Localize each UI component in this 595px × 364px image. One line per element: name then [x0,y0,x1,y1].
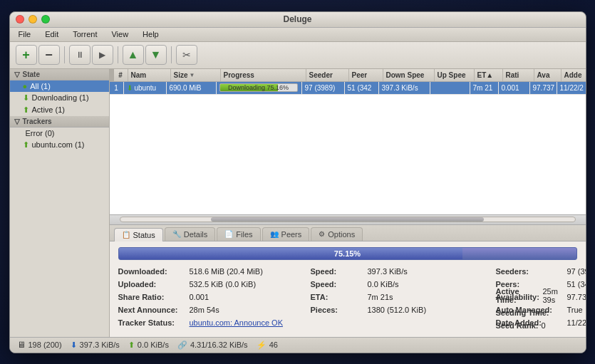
trackers-collapse-icon: ▽ [14,118,20,125]
sidebar-state-header[interactable]: ▽ State [10,69,109,80]
options-tab-label: Options [328,230,355,239]
menu-torrent[interactable]: Torrent [70,30,100,38]
sidebar-trackers-header[interactable]: ▽ Trackers [10,116,109,128]
seed-rank-row: Seed Rank: 0 [496,320,577,331]
maximize-button[interactable] [41,15,50,24]
menu-view[interactable]: View [108,30,131,38]
scrollbar-track[interactable] [120,217,576,222]
tab-details[interactable]: 🔧 Details [165,227,216,241]
eta-label: ETA: [311,291,368,303]
connections-value: 198 (200) [29,340,62,349]
menu-help[interactable]: Help [140,30,162,38]
tracker-status-value[interactable]: ubuntu.com: Announce OK [190,317,311,328]
menu-edit[interactable]: Edit [42,30,61,38]
sidebar-item-all[interactable]: ● All (1) [10,80,109,92]
bottom-panel: 📋 Status 🔧 Details 📄 Files 👥 Peers [110,224,586,337]
details-tab-label: Details [184,230,208,239]
td-name: ⬇ ubuntu [124,82,167,94]
sidebar-item-error[interactable]: Error (0) [10,128,109,139]
protocol-value: 4.31/16.32 KiB/s [190,340,248,349]
row-icon: ⬇ [127,84,133,92]
next-announce-label: Next Announce: [118,304,190,316]
sb-down-speed: ⬇ 397.3 KiB/s [71,340,120,350]
remove-torrent-button[interactable]: − [38,45,60,65]
table-header: # Nam Size ▼ Progress Seeder Peer Down S… [110,69,586,82]
dl-progress-fill [119,248,462,259]
move-down-button[interactable]: ▼ [145,45,167,65]
peers-tab-icon: 👥 [270,230,279,238]
preferences-button[interactable]: ✂ [176,45,197,65]
col-name[interactable]: Nam [128,69,171,81]
tab-peers[interactable]: 👥 Peers [262,227,310,241]
toolbar-separator-2 [118,46,118,63]
row-progress-text: Downloading 75.16% [220,84,297,91]
col-peers[interactable]: Peer [349,69,383,81]
td-peers: 51 (342 [345,82,379,94]
sidebar-item-active-label: Active (1) [32,105,65,114]
add-torrent-button[interactable]: + [16,45,37,65]
seed-rank-label: Seed Rank: [496,320,539,331]
col-num[interactable]: # [114,69,128,81]
minimize-button[interactable] [29,15,37,24]
col-ratio[interactable]: Rati [503,69,534,81]
td-size: 690.0 MiB [167,82,217,94]
close-button[interactable] [16,15,24,24]
col-size[interactable]: Size ▼ [171,69,221,81]
files-tab-icon: 📄 [224,230,233,238]
col-eta[interactable]: ET▲ [475,69,503,81]
resume-button[interactable]: ▶ [92,45,113,65]
col-avail[interactable]: Ava [534,69,562,81]
scrollbar-thumb[interactable] [211,217,484,222]
col-seeders[interactable]: Seeder [306,69,349,81]
sidebar-item-downloading[interactable]: ⬇ Downloading (1) [10,92,109,104]
menu-file[interactable]: File [16,30,34,38]
col-progress[interactable]: Progress [221,69,306,81]
sidebar-item-active[interactable]: ⬆ Active (1) [10,104,109,116]
sidebar: ▽ State ● All (1) ⬇ Downloading (1) ⬆ Ac… [10,69,110,337]
col-up-speed[interactable]: Up Spee [435,69,475,81]
right-stats: Active Time: 25m 39s Seeding Time: Seed … [496,286,577,331]
details-tab-icon: 🔧 [172,230,181,238]
td-eta: 7m 21 [470,82,499,94]
toolbar-separator-3 [171,46,172,63]
active-time-value: 25m 39s [542,286,576,306]
seeding-time-row: Seeding Time: [496,307,577,318]
tab-files[interactable]: 📄 Files [217,227,260,241]
active-time-row: Active Time: 25m 39s [496,286,577,306]
table-row[interactable]: 1 ⬇ ubuntu 690.0 MiB Downloading [110,82,586,95]
seeders-label: Seeders: [496,266,567,277]
uploaded-value: 532.5 KiB (0.0 KiB) [190,279,311,290]
td-num: 1 [110,82,124,94]
share-ratio-value: 0.001 [190,291,311,303]
td-added: 11/22/2 [557,82,586,94]
downloading-icon: ⬇ [23,93,29,103]
horizontal-scrollbar[interactable] [110,214,586,224]
col-down-speed[interactable]: Down Spee [383,69,435,81]
td-up-speed [430,82,470,94]
collapse-icon: ▽ [14,71,20,78]
speed-value-2: 0.0 KiB/s [368,279,496,290]
statusbar: 🖥 198 (200) ⬇ 397.3 KiB/s ⬆ 0.0 KiB/s 🔗 … [10,337,586,353]
files-tab-label: Files [236,230,252,239]
status-tab-label: Status [133,231,155,239]
active-icon: ⬆ [23,105,29,115]
sb-dht: ⚡ 46 [257,340,278,350]
tab-status[interactable]: 📋 Status [114,228,163,241]
content-area: ▽ State ● All (1) ⬇ Downloading (1) ⬆ Ac… [10,69,586,337]
col-added[interactable]: Adde [562,69,586,81]
all-icon: ● [23,82,28,90]
titlebar: Deluge [10,12,586,28]
tab-options[interactable]: ⚙ Options [311,227,363,241]
sidebar-item-ubuntu[interactable]: ⬆ ubuntu.com (1) [10,139,109,151]
torrent-table: # Nam Size ▼ Progress Seeder Peer Down S… [110,69,586,224]
sidebar-state-label: State [23,71,40,78]
pause-button[interactable]: ⏸ [69,45,90,65]
sidebar-item-ubuntu-label: ubuntu.com (1) [32,140,85,149]
seeding-time-label: Seeding Time: [496,307,549,318]
move-up-button[interactable]: ▲ [123,45,144,65]
protocol-icon: 🔗 [177,340,187,350]
tracker-status-label: Tracker Status: [118,317,190,328]
window-title: Deluge [283,14,311,24]
dl-progress-bar: 75.15% [118,247,577,260]
downloaded-label: Downloaded: [118,266,190,277]
